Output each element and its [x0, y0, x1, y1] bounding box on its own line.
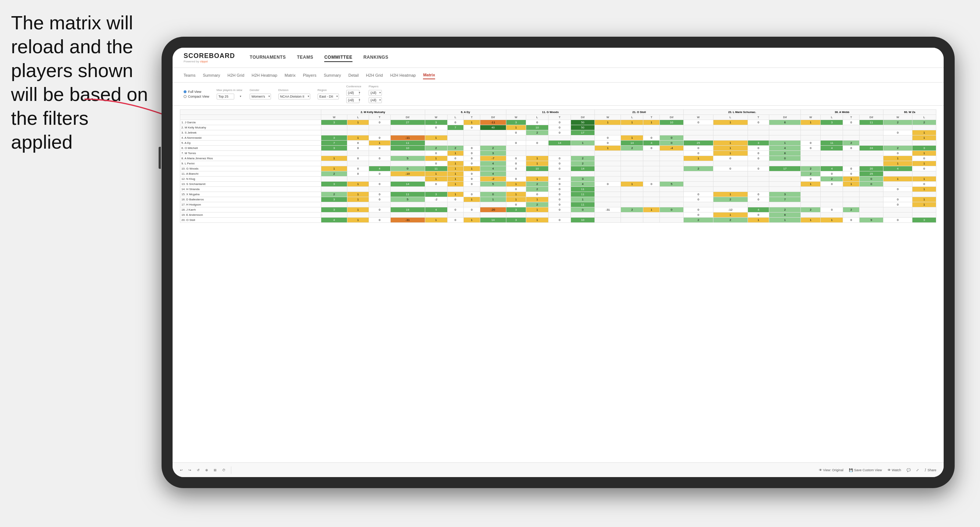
comment-btn[interactable]: 💬 — [907, 468, 911, 472]
matrix-cell: 1 — [464, 120, 480, 125]
matrix-cell: 0 — [347, 146, 369, 151]
matrix-cell — [883, 182, 912, 187]
nav-tournaments[interactable]: TOURNAMENTS — [250, 53, 286, 62]
matrix-cell: 0 — [883, 187, 912, 192]
matrix-cell — [595, 156, 621, 161]
matrix-cell — [713, 125, 748, 130]
matrix-cell — [369, 125, 390, 130]
conference-select-1[interactable]: (All) — [346, 90, 360, 96]
matrix-cell: 3 — [506, 207, 526, 213]
matrix-cell: 17 — [769, 166, 801, 171]
matrix-cell: 40 — [480, 125, 506, 130]
compact-view-radio[interactable] — [184, 95, 186, 98]
matrix-cell: 0 — [821, 171, 843, 176]
matrix-cell — [526, 171, 548, 176]
clock-btn[interactable]: ⏱ — [222, 468, 226, 472]
matrix-cell — [821, 130, 843, 135]
save-custom-btn[interactable]: 💾 Save Custom View — [849, 468, 882, 472]
sub-nav-teams[interactable]: Teams — [184, 71, 195, 79]
sub-nav-detail[interactable]: Detail — [348, 71, 359, 79]
matrix-cell: 3 — [769, 192, 801, 197]
matrix-cell — [684, 182, 713, 187]
matrix-cell — [480, 130, 506, 135]
matrix-cell: 1 — [713, 141, 748, 146]
conference-select-2[interactable]: (All) — [346, 97, 360, 103]
matrix-cell — [821, 156, 843, 161]
sub-nav-summary1[interactable]: Summary — [203, 71, 220, 79]
sub-nav-h2h-grid2[interactable]: H2H Grid — [366, 71, 383, 79]
matrix-cell: 1 — [713, 146, 748, 151]
expand-btn[interactable]: ⤢ — [916, 468, 919, 472]
sh-d4: Dif — [659, 115, 683, 120]
sub-nav-h2h-heatmap1[interactable]: H2H Heatmap — [251, 71, 277, 79]
matrix-cell — [643, 151, 659, 156]
nav-rankings[interactable]: RANKINGS — [364, 53, 388, 62]
undo-btn[interactable]: ↩ — [180, 468, 183, 472]
matrix-cell: 2 — [801, 207, 821, 213]
matrix-cell — [713, 130, 748, 135]
matrix-cell: 8 — [769, 151, 801, 156]
matrix-cell — [659, 217, 683, 223]
matrix-cell: 4 — [369, 166, 390, 171]
max-players-select[interactable]: Top 25 — [216, 94, 234, 100]
matrix-cell: 0 — [859, 182, 883, 187]
matrix-cell: 4 — [480, 161, 506, 166]
sh-l7: L — [912, 115, 936, 120]
sub-header-name — [180, 115, 321, 120]
sub-nav-summary2[interactable]: Summary — [324, 71, 341, 79]
sub-nav-matrix2[interactable]: Matrix — [423, 71, 435, 79]
sh-t2: T — [464, 115, 480, 120]
matrix-cell: 14 — [480, 217, 506, 223]
matrix-cell: 0 — [912, 156, 936, 161]
zoom-btn[interactable]: ⊕ — [205, 468, 208, 472]
matrix-cell — [801, 161, 821, 166]
sub-nav-players[interactable]: Players — [303, 71, 317, 79]
matrix-cell — [595, 130, 621, 135]
sub-nav-h2h-heatmap2[interactable]: H2H Heatmap — [390, 71, 416, 79]
matrix-cell — [643, 202, 659, 207]
matrix-cell: 1 — [643, 207, 659, 213]
matrix-cell: 0 — [506, 161, 526, 166]
matrix-cell — [643, 192, 659, 197]
matrix-cell: 4 — [480, 171, 506, 176]
division-select[interactable]: NCAA Division II — [278, 94, 310, 100]
watch-btn[interactable]: 👁 Watch — [888, 468, 901, 472]
matrix-cell: 0 — [595, 135, 621, 141]
matrix-wrapper[interactable]: 2. M Kelly Mulcahy 6. A Dy 11. G Woods 2… — [173, 106, 943, 462]
matrix-cell: 1 — [506, 192, 526, 197]
view-original-btn[interactable]: 👁 View: Original — [819, 468, 843, 472]
compact-view-option[interactable]: Compact View — [184, 95, 209, 98]
layout-btn[interactable]: ⊞ — [214, 468, 216, 472]
matrix-cell: 1 — [480, 197, 506, 202]
nav-teams[interactable]: TEAMS — [297, 53, 313, 62]
sub-nav-matrix1[interactable]: Matrix — [285, 71, 296, 79]
gender-select[interactable]: Women's — [250, 94, 271, 100]
matrix-cell: 1 — [801, 120, 821, 125]
matrix-cell — [821, 192, 843, 197]
redo-btn[interactable]: ↪ — [188, 468, 191, 472]
matrix-cell: -11 — [390, 135, 425, 141]
sub-nav-h2h-grid1[interactable]: H2H Grid — [227, 71, 244, 79]
matrix-cell: 1 — [843, 176, 859, 182]
matrix-cell — [595, 171, 621, 176]
matrix-cell — [821, 151, 843, 156]
matrix-cell — [801, 125, 821, 130]
matrix-cell — [843, 135, 859, 141]
nav-committee[interactable]: COMMITTEE — [324, 53, 353, 62]
region-select[interactable]: East - DII — [318, 94, 339, 100]
table-row: 6. O Mitchell300102202120-401040402423 — [180, 146, 936, 151]
matrix-cell: 0 — [843, 217, 859, 223]
matrix-cell — [859, 141, 883, 146]
matrix-cell: 0 — [447, 120, 463, 125]
full-view-option[interactable]: Full View — [184, 90, 209, 94]
matrix-cell — [526, 151, 548, 156]
full-view-radio[interactable] — [184, 90, 186, 93]
refresh-btn[interactable]: ↺ — [197, 468, 200, 472]
matrix-cell: 1 — [425, 176, 447, 182]
matrix-cell: 1 — [464, 197, 480, 202]
share-btn[interactable]: ⤴ Share — [924, 468, 936, 472]
matrix-cell: 2 — [571, 161, 595, 166]
matrix-cell: 0 — [464, 146, 480, 151]
players-select-1[interactable]: (All) — [369, 90, 382, 96]
players-select-2[interactable]: (All) — [369, 97, 382, 103]
